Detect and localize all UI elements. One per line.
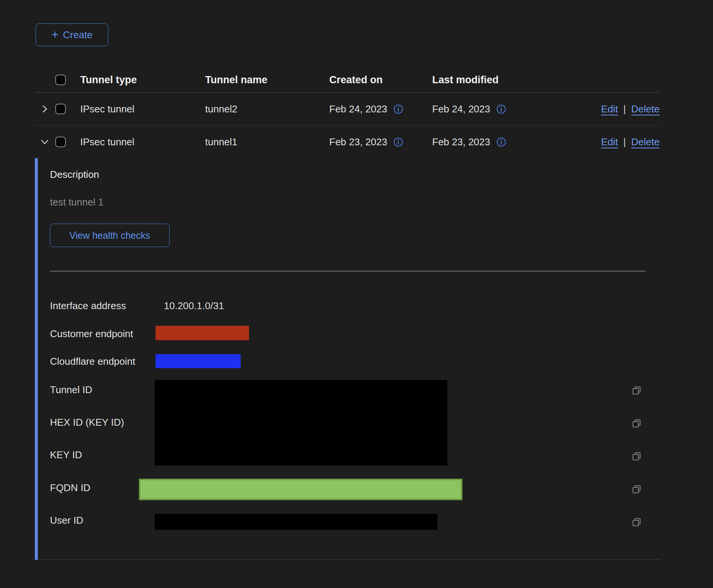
column-header-created-on: Created on bbox=[329, 74, 432, 86]
action-separator: | bbox=[623, 103, 626, 115]
column-header-tunnel-name: Tunnel name bbox=[205, 74, 329, 86]
delete-link[interactable]: Delete bbox=[631, 136, 660, 148]
created-on-cell: Feb 23, 2023 bbox=[329, 136, 387, 148]
table-header-row: Tunnel type Tunnel name Created on Last … bbox=[35, 67, 660, 93]
create-button-label: Create bbox=[63, 29, 92, 41]
info-icon[interactable] bbox=[496, 104, 506, 114]
customer-endpoint-label: Customer endpoint bbox=[50, 328, 133, 339]
interface-address-value: 10.200.1.0/31 bbox=[164, 300, 224, 311]
description-value: test tunnel 1 bbox=[50, 196, 660, 208]
tunnel-details-panel: Description test tunnel 1 View health ch… bbox=[35, 158, 660, 560]
view-health-checks-button[interactable]: View health checks bbox=[50, 224, 170, 247]
copy-icon[interactable] bbox=[631, 418, 642, 429]
info-icon[interactable] bbox=[496, 137, 506, 147]
table-row-tunnel1: IPsec tunnel tunnel1 Feb 23, 2023 Feb 23… bbox=[35, 126, 660, 158]
fqdn-id-label: FQDN ID bbox=[50, 482, 90, 493]
info-icon[interactable] bbox=[393, 137, 403, 147]
edit-link[interactable]: Edit bbox=[601, 136, 618, 148]
last-modified-cell: Feb 24, 2023 bbox=[432, 103, 490, 115]
copy-icon[interactable] bbox=[631, 451, 642, 462]
chevron-down-icon[interactable] bbox=[39, 137, 50, 147]
row-checkbox[interactable] bbox=[55, 137, 66, 147]
tunnel-detail-fields: Interface address 10.200.1.0/31 Customer… bbox=[38, 271, 660, 556]
copy-icon[interactable] bbox=[631, 385, 642, 396]
tunnels-table: Tunnel type Tunnel name Created on Last … bbox=[35, 67, 660, 560]
copy-icon[interactable] bbox=[631, 516, 642, 528]
create-button[interactable]: + Create bbox=[36, 23, 108, 46]
delete-link[interactable]: Delete bbox=[631, 103, 660, 115]
fqdn-id-redacted-value bbox=[139, 479, 462, 500]
column-header-last-modified: Last modified bbox=[432, 74, 538, 86]
key-id-label: KEY ID bbox=[50, 449, 82, 460]
user-id-label: User ID bbox=[50, 515, 83, 526]
ipsec-tunnels-page: + Create Tunnel type Tunnel name Created… bbox=[0, 0, 713, 588]
description-label: Description bbox=[50, 158, 660, 180]
edit-link[interactable]: Edit bbox=[601, 103, 618, 115]
cloudflare-endpoint-redacted-value bbox=[156, 354, 241, 368]
ids-redacted-value bbox=[155, 380, 447, 465]
chevron-right-icon[interactable] bbox=[39, 104, 50, 114]
tunnel-name-cell: tunnel1 bbox=[205, 136, 329, 148]
tunnel-type-cell: IPsec tunnel bbox=[80, 136, 205, 148]
select-all-checkbox[interactable] bbox=[55, 75, 66, 85]
last-modified-cell: Feb 23, 2023 bbox=[432, 136, 490, 148]
customer-endpoint-redacted-value bbox=[156, 326, 249, 340]
row-checkbox[interactable] bbox=[55, 104, 66, 114]
action-separator: | bbox=[623, 136, 626, 148]
cloudflare-endpoint-label: Cloudflare endpoint bbox=[50, 356, 135, 367]
tunnel-name-cell: tunnel2 bbox=[205, 103, 329, 115]
column-header-tunnel-type: Tunnel type bbox=[80, 74, 205, 86]
interface-address-label: Interface address bbox=[50, 300, 126, 311]
info-icon[interactable] bbox=[393, 104, 403, 114]
tunnel-type-cell: IPsec tunnel bbox=[80, 103, 205, 115]
table-row-tunnel2: IPsec tunnel tunnel2 Feb 24, 2023 Feb 24… bbox=[35, 93, 660, 126]
tunnel-id-label: Tunnel ID bbox=[50, 384, 92, 395]
copy-icon[interactable] bbox=[631, 484, 642, 495]
hex-id-label: HEX ID (KEY ID) bbox=[50, 417, 124, 428]
plus-icon: + bbox=[51, 28, 59, 40]
created-on-cell: Feb 24, 2023 bbox=[329, 103, 387, 115]
user-id-redacted-value bbox=[155, 514, 437, 530]
